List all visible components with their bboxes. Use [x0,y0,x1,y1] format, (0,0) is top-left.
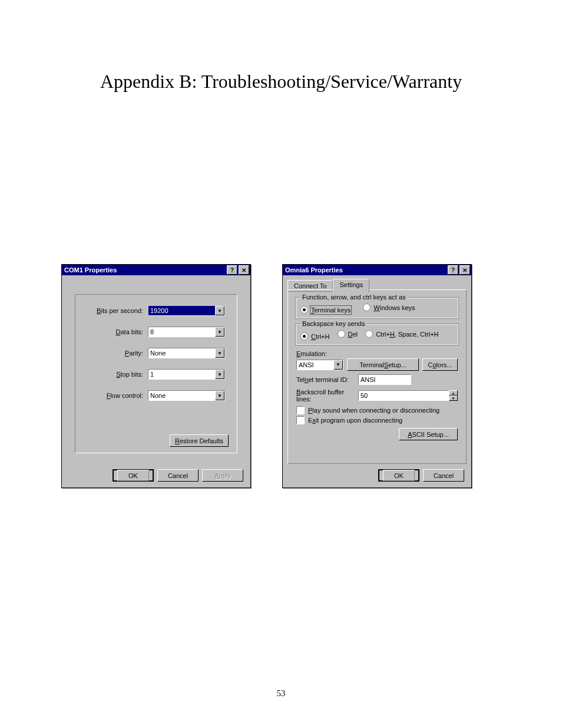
port-settings-panel: Bits per second: 19200 ▼ Data bits: 8 ▼ … [75,294,237,453]
close-button[interactable]: ✕ [459,265,470,275]
ok-button[interactable]: OK [113,469,154,482]
titlebar-text: Omnia6 Properties [285,266,447,274]
tab-settings[interactable]: Settings [333,279,369,292]
chevron-down-icon[interactable]: ▼ [333,360,343,370]
telnet-id-input[interactable]: ANSI [358,374,411,385]
chevron-down-icon[interactable]: ▼ [215,306,224,315]
parity-label: Parity: [87,350,143,357]
omnia6-properties-dialog: Omnia6 Properties ? ✕ Connect To Setting… [282,264,472,488]
data-bits-combo[interactable]: 8 ▼ [148,327,225,337]
com1-properties-dialog: COM1 Properties ? ✕ Bits per second: 192… [61,264,251,488]
terminal-setup-button[interactable]: Terminal Setup... [347,358,419,371]
titlebar: Omnia6 Properties ? ✕ [283,265,471,275]
windows-keys-radio[interactable]: Windows keys [363,304,415,311]
bits-per-second-combo[interactable]: 19200 ▼ [148,305,225,316]
ascii-setup-button[interactable]: ASCII Setup... [399,428,458,440]
del-radio[interactable]: Del [338,330,358,338]
colors-button[interactable]: Colors... [422,358,458,371]
group-title: Function, arrow, and ctrl keys act as [300,294,407,301]
help-button[interactable]: ? [448,265,458,275]
emulation-combo[interactable]: ANSI ▼ [296,360,343,370]
chevron-down-icon[interactable]: ▼ [215,327,224,337]
restore-defaults-button[interactable]: Restore Defaults [170,434,229,447]
play-sound-checkbox[interactable]: Play sound when connecting or disconnect… [296,406,466,414]
titlebar: COM1 Properties ? ✕ [62,265,250,275]
backscroll-label: Backscroll buffer lines: [296,388,358,403]
ctrl-h-space-radio[interactable]: Ctrl+H, Space, Ctrl+H [365,330,438,338]
settings-panel: Function, arrow, and ctrl keys act as Te… [287,289,467,464]
backspace-group: Backspace key sends Ctrl+H Del Ctrl+H, S… [295,324,459,345]
spinner-down-icon[interactable]: ▼ [449,396,458,401]
emulation-label: Emulation: [296,350,458,357]
backscroll-spinner[interactable]: ▲ ▼ [449,390,458,401]
close-button[interactable]: ✕ [239,265,249,275]
apply-button[interactable]: Apply [202,469,243,482]
cancel-button[interactable]: Cancel [423,469,464,482]
telnet-id-label: Telnet terminal ID: [296,376,358,383]
bits-per-second-label: Bits per second: [87,307,143,314]
group-title: Backspace key sends [300,320,366,327]
ctrl-h-radio[interactable]: Ctrl+H [300,332,329,340]
flow-control-label: Flow control: [87,392,143,399]
exit-on-disconnect-checkbox[interactable]: Exit program upon disconnecting [296,416,466,424]
page-title: Appendix B: Troubleshooting/Service/Warr… [0,71,562,93]
help-button[interactable]: ? [227,265,237,275]
spinner-up-icon[interactable]: ▲ [449,390,458,396]
page-number: 53 [0,689,562,699]
chevron-down-icon[interactable]: ▼ [215,391,224,400]
data-bits-label: Data bits: [87,328,143,335]
titlebar-text: COM1 Properties [64,266,226,274]
function-keys-group: Function, arrow, and ctrl keys act as Te… [295,297,459,319]
terminal-keys-radio[interactable]: Terminal keys [300,306,351,314]
cancel-button[interactable]: Cancel [157,469,199,482]
backscroll-input[interactable]: 50 [358,390,449,401]
chevron-down-icon[interactable]: ▼ [215,370,224,379]
parity-combo[interactable]: None ▼ [148,348,225,358]
ok-button[interactable]: OK [378,469,419,482]
stop-bits-combo[interactable]: 1 ▼ [148,369,225,380]
flow-control-combo[interactable]: None ▼ [148,390,225,401]
chevron-down-icon[interactable]: ▼ [215,348,224,358]
stop-bits-label: Stop bits: [87,371,143,378]
